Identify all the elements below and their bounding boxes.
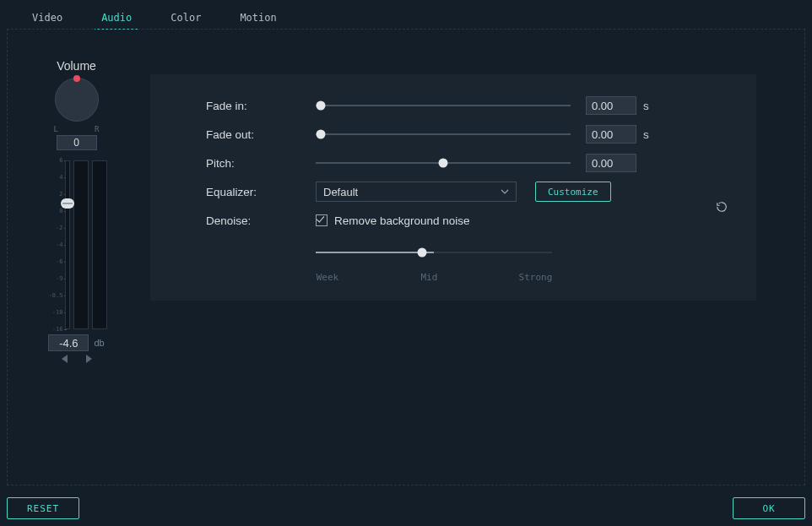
pan-knob-indicator <box>73 75 80 82</box>
denoise-tick-strong: Strong <box>519 272 553 283</box>
tab-video[interactable]: Video <box>25 8 69 30</box>
label-equalizer: Equalizer: <box>206 186 316 198</box>
fade-out-unit: s <box>643 128 649 141</box>
db-increase-icon[interactable] <box>86 355 92 363</box>
meter-scale: 6 4 2 0 -2 -4 -6 -9 -8.5 -10 -16 <box>46 160 65 329</box>
denoise-checkbox[interactable] <box>316 214 328 226</box>
reset-icon[interactable] <box>716 201 728 215</box>
chevron-down-icon <box>501 189 509 194</box>
fade-out-slider[interactable] <box>316 128 571 140</box>
level-meter-r <box>92 160 107 329</box>
tab-audio[interactable]: Audio <box>95 8 138 30</box>
denoise-tick-week: Week <box>317 272 339 283</box>
pitch-slider[interactable] <box>316 157 571 169</box>
volume-slider-thumb[interactable] <box>61 198 74 209</box>
tab-color[interactable]: Color <box>164 8 208 30</box>
pan-knob[interactable] <box>55 78 99 122</box>
fade-in-slider[interactable] <box>316 100 571 111</box>
label-denoise: Denoise: <box>206 214 316 227</box>
db-decrease-icon[interactable] <box>62 355 68 363</box>
level-meter-l <box>73 160 89 329</box>
volume-slider[interactable] <box>65 160 70 329</box>
denoise-tick-mid: Mid <box>420 272 437 283</box>
fade-out-input[interactable] <box>586 125 636 144</box>
reset-button[interactable]: RESET <box>7 497 79 519</box>
denoise-strength-slider[interactable] <box>316 247 552 258</box>
equalizer-select[interactable]: Default <box>316 182 517 202</box>
label-fade-in: Fade in: <box>206 100 316 112</box>
tab-motion[interactable]: Motion <box>233 8 283 30</box>
volume-title: Volume <box>7 59 146 73</box>
label-pitch: Pitch: <box>206 157 316 170</box>
fade-in-unit: s <box>643 100 649 112</box>
pan-input[interactable] <box>57 135 97 150</box>
denoise-checkbox-label: Remove background noise <box>334 214 470 227</box>
pitch-input[interactable] <box>586 154 636 172</box>
customize-button[interactable]: Customize <box>535 182 611 202</box>
pan-l-label: L <box>54 125 58 133</box>
pan-r-label: R <box>95 125 99 133</box>
ok-button[interactable]: OK <box>733 497 805 519</box>
db-input[interactable] <box>48 334 89 351</box>
equalizer-selected-value: Default <box>323 186 358 198</box>
label-fade-out: Fade out: <box>206 128 316 141</box>
db-unit: db <box>94 338 104 348</box>
fade-in-input[interactable] <box>586 96 636 115</box>
